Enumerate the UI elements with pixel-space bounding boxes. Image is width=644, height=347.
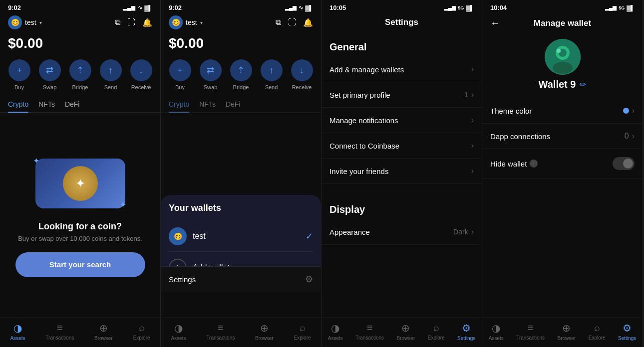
display-section-title: Display bbox=[322, 196, 482, 219]
copy-icon-2[interactable]: ⧉ bbox=[276, 18, 281, 27]
nav-transactions-2[interactable]: ≡ Transactions bbox=[206, 322, 235, 341]
bridge-button-2[interactable]: ⇡ Bridge bbox=[230, 59, 252, 90]
send-button-2[interactable]: ↑ Send bbox=[261, 59, 283, 90]
invite-friends-item[interactable]: Invite your friends › bbox=[322, 159, 482, 184]
receive-button-1[interactable]: ↓ Receive bbox=[130, 59, 152, 90]
tab-nfts-1[interactable]: NFTs bbox=[38, 96, 55, 112]
nav-assets-4[interactable]: ◑ Assets bbox=[489, 322, 504, 341]
battery-icon-3: ▓▌ bbox=[466, 5, 474, 11]
swap-button-1[interactable]: ⇄ Swap bbox=[39, 59, 61, 90]
bell-icon-2[interactable]: 🔔 bbox=[303, 18, 313, 27]
manage-notifications-item[interactable]: Manage notifications › bbox=[322, 108, 482, 133]
expand-icon-2[interactable]: ⛶ bbox=[288, 18, 296, 27]
tab-crypto-2[interactable]: Crypto bbox=[169, 96, 189, 112]
nav-browser-3[interactable]: ⊕ Browser bbox=[397, 322, 415, 341]
nav-assets-2[interactable]: ◑ Assets bbox=[171, 322, 186, 341]
profile-button-2[interactable]: 😊 test ▾ bbox=[169, 15, 203, 29]
set-primary-profile-item[interactable]: Set primary profile 1 › bbox=[322, 82, 482, 108]
assets-icon-3: ◑ bbox=[331, 322, 339, 334]
tab-nfts-2[interactable]: NFTs bbox=[199, 96, 216, 112]
back-button-4[interactable]: ← bbox=[490, 17, 500, 29]
bridge-icon-2: ⇡ bbox=[230, 59, 252, 81]
wallet-left-test: 😊 test bbox=[169, 227, 206, 245]
manage-notifications-label: Manage notifications bbox=[329, 116, 398, 125]
browser-icon-2: ⊕ bbox=[260, 322, 269, 334]
send-label-2: Send bbox=[265, 84, 278, 90]
nav-explore-1[interactable]: ⌕ Explore bbox=[133, 322, 150, 341]
nav-transactions-3[interactable]: ≡ Transactions bbox=[355, 322, 384, 341]
status-bar-2: 9:02 ▂▄▆ ∿ ▓▌ bbox=[161, 0, 321, 13]
browser-label-3: Browser bbox=[397, 336, 415, 341]
appearance-right: Dark › bbox=[453, 227, 474, 236]
assets-label-3: Assets bbox=[328, 336, 343, 341]
start-search-button-1[interactable]: Start your search bbox=[15, 252, 145, 277]
bridge-button-1[interactable]: ⇡ Bridge bbox=[69, 59, 91, 90]
chevron-icon-theme: › bbox=[632, 106, 635, 115]
copy-icon-1[interactable]: ⧉ bbox=[115, 18, 120, 27]
transactions-icon-4: ≡ bbox=[528, 322, 534, 334]
profile-button-1[interactable]: 😊 test ▾ bbox=[8, 15, 42, 29]
nav-explore-4[interactable]: ⌕ Explore bbox=[589, 322, 606, 341]
browser-label-2: Browser bbox=[255, 336, 274, 341]
swap-button-2[interactable]: ⇄ Swap bbox=[200, 59, 222, 90]
settings-label-4: Settings bbox=[618, 336, 636, 341]
assets-label-2: Assets bbox=[171, 336, 186, 341]
nav-transactions-4[interactable]: ≡ Transactions bbox=[516, 322, 545, 341]
transactions-icon-2: ≡ bbox=[218, 322, 224, 334]
settings-bottom-row[interactable]: Settings ⚙ bbox=[161, 266, 321, 292]
expand-icon-1[interactable]: ⛶ bbox=[127, 18, 135, 27]
nav-explore-3[interactable]: ⌕ Explore bbox=[428, 322, 445, 341]
hide-wallet-item[interactable]: Hide wallet i bbox=[482, 149, 643, 178]
star-1: ✦ bbox=[33, 156, 39, 166]
time-3: 10:05 bbox=[329, 4, 346, 11]
buy-button-2[interactable]: + Buy bbox=[169, 59, 191, 90]
avatar-2: 😊 bbox=[169, 15, 183, 29]
bridge-label-2: Bridge bbox=[233, 84, 249, 90]
buy-icon-2: + bbox=[169, 59, 191, 81]
bridge-label-1: Bridge bbox=[72, 84, 88, 90]
star-2: ✦ bbox=[120, 200, 126, 209]
add-manage-wallets-item[interactable]: Add & manage wallets › bbox=[322, 57, 482, 82]
appearance-item[interactable]: Appearance Dark › bbox=[322, 219, 482, 245]
status-icons-3: ▂▄▆ 5G ▓▌ bbox=[444, 5, 474, 11]
nav-settings-4[interactable]: ⚙ Settings bbox=[618, 322, 636, 341]
nav-browser-2[interactable]: ⊕ Browser bbox=[255, 322, 274, 341]
overlay-container: Your wallets 😊 test ✓ + Add wallet Setti… bbox=[161, 113, 321, 318]
wallet-avatar-svg bbox=[545, 39, 581, 75]
explore-icon-1: ⌕ bbox=[139, 322, 145, 334]
theme-color-item[interactable]: Theme color › bbox=[482, 98, 643, 124]
receive-button-2[interactable]: ↓ Receive bbox=[291, 59, 313, 90]
nav-browser-4[interactable]: ⊕ Browser bbox=[558, 322, 576, 341]
wallet-avatar-test: 😊 bbox=[169, 227, 187, 245]
nav-explore-2[interactable]: ⌕ Explore bbox=[294, 322, 311, 341]
explore-icon-3: ⌕ bbox=[433, 322, 439, 334]
hide-wallet-toggle[interactable] bbox=[613, 157, 635, 170]
tab-defi-1[interactable]: DeFi bbox=[65, 96, 80, 112]
transactions-label-4: Transactions bbox=[516, 335, 545, 341]
tab-crypto-1[interactable]: Crypto bbox=[8, 96, 28, 112]
nav-transactions-1[interactable]: ≡ Transactions bbox=[45, 322, 74, 341]
nav-browser-1[interactable]: ⊕ Browser bbox=[94, 322, 113, 341]
chevron-icon-appearance: › bbox=[471, 227, 474, 236]
dapp-connections-item[interactable]: Dapp connections 0 › bbox=[482, 124, 643, 149]
looking-title-1: Looking for a coin? bbox=[38, 221, 122, 232]
edit-icon[interactable]: ✏ bbox=[580, 80, 586, 89]
send-button-1[interactable]: ↑ Send bbox=[100, 59, 122, 90]
bottom-nav-3: ◑ Assets ≡ Transactions ⊕ Browser ⌕ Expl… bbox=[322, 318, 482, 347]
bell-icon-1[interactable]: 🔔 bbox=[142, 18, 152, 27]
connect-coinbase-item[interactable]: Connect to Coinbase › bbox=[322, 133, 482, 159]
status-icons-4: ▂▄▆ 5G ▓▌ bbox=[605, 5, 635, 11]
content-area-1: ✦ ✦ ✦ Looking for a coin? Buy or swap ov… bbox=[0, 113, 160, 318]
nav-settings-3[interactable]: ⚙ Settings bbox=[457, 322, 475, 341]
coin-background-1: ✦ bbox=[35, 159, 125, 208]
wallet-avatar-large bbox=[545, 39, 581, 75]
buy-icon-1: + bbox=[8, 59, 30, 81]
nav-assets-3[interactable]: ◑ Assets bbox=[328, 322, 343, 341]
nav-assets-1[interactable]: ◑ Assets bbox=[10, 322, 25, 341]
tab-defi-2[interactable]: DeFi bbox=[226, 96, 241, 112]
receive-icon-1: ↓ bbox=[130, 59, 152, 81]
theme-color-dot bbox=[623, 108, 629, 114]
wallet-item-test[interactable]: 😊 test ✓ bbox=[169, 221, 313, 252]
buy-button-1[interactable]: + Buy bbox=[8, 59, 30, 90]
browser-label-4: Browser bbox=[558, 336, 576, 341]
